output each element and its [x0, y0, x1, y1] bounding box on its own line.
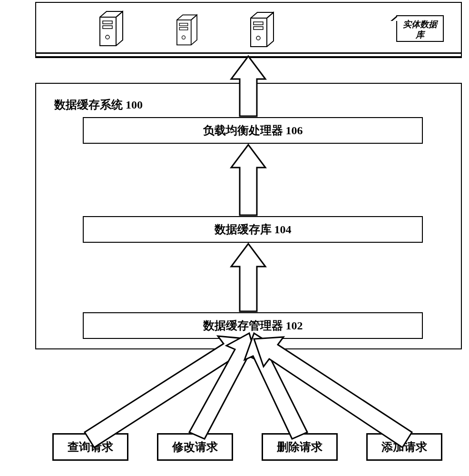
arrow-query-to-manager [85, 336, 248, 447]
server-icon [97, 9, 126, 48]
data-cache-manager-block: 数据缓存管理器 102 [83, 312, 423, 339]
db-label-line1: 实体数据 [397, 19, 443, 30]
db-label-line2: 库 [397, 30, 443, 40]
modify-request-box: 修改请求 [157, 433, 233, 461]
arrow-add-to-manager [254, 337, 412, 447]
architecture-diagram: 实体数据 库 数据缓存系统 100 负载均衡处理器 106 数据缓存库 104 … [0, 0, 469, 476]
add-request-box: 添加请求 [366, 433, 442, 461]
delete-request-box: 删除请求 [262, 433, 338, 461]
server-icon [174, 12, 200, 47]
data-cache-system-container: 数据缓存系统 100 负载均衡处理器 106 数据缓存库 104 数据缓存管理器… [35, 83, 462, 349]
data-cache-store-block: 数据缓存库 104 [83, 216, 423, 243]
query-request-box: 查询请求 [52, 433, 128, 461]
load-balancer-block: 负载均衡处理器 106 [83, 117, 423, 144]
physical-database-label: 实体数据 库 [396, 15, 444, 42]
database-tier: 实体数据 库 [35, 2, 462, 57]
server-icon [248, 10, 276, 49]
network-bus-line [35, 52, 462, 58]
system-title: 数据缓存系统 100 [54, 97, 143, 112]
